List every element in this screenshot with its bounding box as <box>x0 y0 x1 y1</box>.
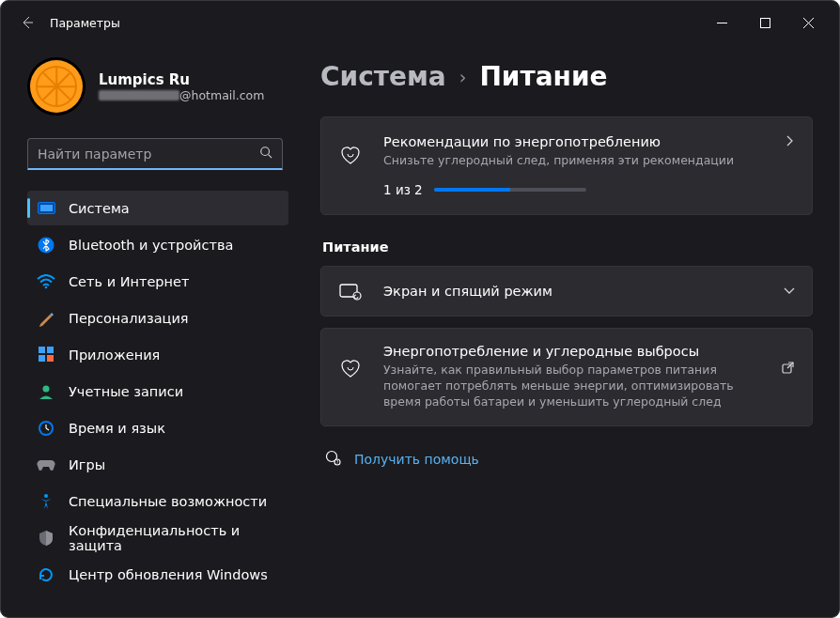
close-icon <box>803 18 814 28</box>
chevron-down-icon <box>784 284 795 299</box>
nav-label: Сеть и Интернет <box>69 274 189 289</box>
nav-item-gaming[interactable]: Игры <box>27 447 288 482</box>
open-external-icon <box>781 361 795 379</box>
svg-rect-8 <box>39 347 45 353</box>
breadcrumb: Система › Питание <box>320 61 813 92</box>
accounts-icon <box>37 382 55 401</box>
back-button[interactable] <box>10 6 44 39</box>
settings-window: Параметры Lumpics Ru <box>0 0 840 618</box>
apps-icon <box>37 346 55 364</box>
svg-point-4 <box>261 147 270 156</box>
profile-block[interactable]: Lumpics Ru @hotmail.com <box>27 57 296 116</box>
monitor-icon <box>37 199 55 218</box>
minimize-icon <box>717 18 727 28</box>
card-subtitle: Узнайте, как правильный выбор параметров… <box>383 363 762 410</box>
nav-list: Система Bluetooth и устройства Сеть и Ин… <box>27 191 288 592</box>
chevron-right-icon <box>784 134 795 149</box>
svg-text:?: ? <box>336 459 339 465</box>
svg-rect-11 <box>47 355 54 362</box>
card-title: Энергопотребление и углеродные выбросы <box>383 344 762 359</box>
maximize-icon <box>760 18 770 28</box>
svg-point-12 <box>43 385 50 392</box>
card-title: Рекомендации по энергопотреблению <box>383 134 765 149</box>
gamepad-icon <box>37 456 55 474</box>
leaf-heart-icon <box>336 144 365 166</box>
titlebar: Параметры <box>1 1 839 44</box>
nav-label: Учетные записи <box>69 384 183 399</box>
minimize-button[interactable] <box>700 8 743 38</box>
nav-item-apps[interactable]: Приложения <box>27 337 288 372</box>
nav-item-system[interactable]: Система <box>27 191 288 225</box>
user-email: @hotmail.com <box>99 88 264 102</box>
bluetooth-icon <box>37 236 55 255</box>
nav-label: Специальные возможности <box>69 494 267 509</box>
svg-rect-10 <box>39 355 45 362</box>
close-button[interactable] <box>786 8 830 38</box>
svg-point-17 <box>44 494 48 498</box>
shield-icon <box>37 529 55 548</box>
nav-label: Приложения <box>69 348 160 363</box>
nav-label: Конфиденциальность и защита <box>69 523 279 553</box>
svg-rect-1 <box>760 18 770 27</box>
card-screen-sleep[interactable]: Экран и спящий режим <box>320 266 813 317</box>
svg-rect-9 <box>47 347 54 353</box>
breadcrumb-current: Питание <box>479 61 607 92</box>
help-icon: ? <box>324 449 341 470</box>
nav-label: Время и язык <box>69 421 165 436</box>
nav-item-bluetooth[interactable]: Bluetooth и устройства <box>27 227 288 262</box>
nav-item-update[interactable]: Центр обновления Windows <box>27 557 288 592</box>
nav-item-privacy[interactable]: Конфиденциальность и защита <box>27 520 288 555</box>
user-name: Lumpics Ru <box>99 71 264 88</box>
svg-point-7 <box>45 286 48 288</box>
card-energy-carbon[interactable]: Энергопотребление и углеродные выбросы У… <box>320 328 813 426</box>
chevron-right-icon: › <box>459 67 467 87</box>
wifi-icon <box>37 272 55 291</box>
main-content: Система › Питание Рекомендации по энерго… <box>302 44 839 617</box>
card-title: Экран и спящий режим <box>383 284 765 299</box>
section-heading: Питание <box>322 239 813 255</box>
window-controls <box>700 8 830 38</box>
sidebar: Lumpics Ru @hotmail.com Система <box>1 44 302 617</box>
card-subtitle: Снизьте углеродный след, применяя эти ре… <box>383 153 765 169</box>
help-row[interactable]: ? Получить помощь <box>320 449 813 470</box>
nav-label: Персонализация <box>69 311 189 326</box>
svg-line-5 <box>269 155 272 159</box>
nav-item-personalization[interactable]: Персонализация <box>27 301 288 335</box>
progress-row: 1 из 2 <box>383 182 765 197</box>
paint-icon <box>37 309 55 328</box>
help-link[interactable]: Получить помощь <box>354 452 479 467</box>
progress-bar <box>434 188 586 192</box>
search-input[interactable] <box>38 147 259 162</box>
avatar <box>27 57 86 116</box>
card-energy-recommendations[interactable]: Рекомендации по энергопотреблению Снизьт… <box>320 116 813 215</box>
arrow-left-icon <box>20 15 35 30</box>
leaf-heart-icon <box>336 357 365 379</box>
search-icon <box>259 146 272 162</box>
nav-label: Bluetooth и устройства <box>69 238 233 253</box>
nav-item-accounts[interactable]: Учетные записи <box>27 374 288 409</box>
progress-label: 1 из 2 <box>383 182 423 197</box>
nav-item-accessibility[interactable]: Специальные возможности <box>27 484 288 518</box>
screen-sleep-icon <box>336 282 365 301</box>
update-icon <box>37 565 55 584</box>
nav-label: Игры <box>69 457 105 472</box>
nav-item-time[interactable]: Время и язык <box>27 410 288 445</box>
clock-icon <box>37 419 55 438</box>
progress-fill <box>434 188 510 192</box>
breadcrumb-parent[interactable]: Система <box>320 61 446 92</box>
email-redacted <box>99 90 179 100</box>
search-box[interactable] <box>27 138 283 170</box>
nav-label: Центр обновления Windows <box>69 567 268 582</box>
accessibility-icon <box>37 492 55 511</box>
nav-item-network[interactable]: Сеть и Интернет <box>27 264 288 299</box>
nav-label: Система <box>69 201 130 216</box>
window-title: Параметры <box>50 16 120 30</box>
maximize-button[interactable] <box>743 8 786 38</box>
